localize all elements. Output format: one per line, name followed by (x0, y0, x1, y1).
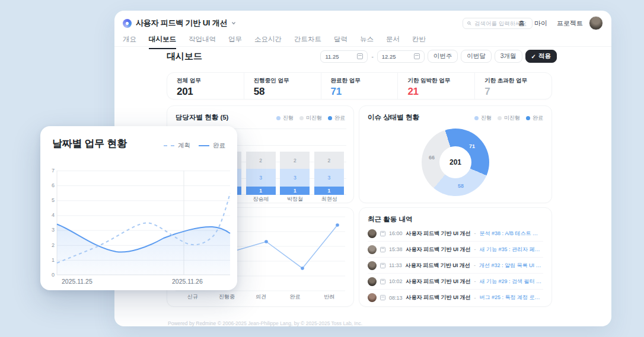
page-title: 대시보드 (167, 51, 202, 62)
preset-this-week-button[interactable]: 이번주 (428, 50, 458, 63)
project-logo-icon (123, 19, 132, 28)
activity-title: 최근 활동 내역 (368, 215, 412, 224)
slice-value-in-progress: 58 (458, 183, 464, 189)
activity-time: 15:38 (389, 246, 403, 252)
footer-credit: Powered by Redmine © 2006-2025 Jean-Phil… (168, 320, 362, 326)
activity-row: 16:00 사용자 피드백 기반 UI 개선 - 분석 #38 : A/B 테스… (368, 226, 543, 242)
legend-done: 완료 (328, 114, 345, 122)
legend-in-progress: 진행 (276, 114, 294, 122)
donut-total: 201 (439, 146, 471, 178)
activity-time: 10:02 (389, 278, 403, 284)
search-icon (467, 21, 471, 26)
calendar-icon (380, 247, 385, 252)
legend-dot (328, 116, 332, 120)
activity-project: 사용자 피드백 기반 UI 개선 (406, 246, 471, 253)
calendar-icon (380, 295, 385, 300)
legend-pending: 미진행 (498, 114, 520, 122)
activity-issue-link[interactable]: 버그 #25 : 특정 계정 로그인 시 500 에러 발생 (480, 294, 543, 301)
dashed-line-sample (164, 145, 174, 146)
date-from-input[interactable] (325, 53, 355, 60)
legend-done: 완료 (526, 114, 543, 122)
calendar-icon[interactable] (357, 53, 363, 59)
activity-issue-link[interactable]: 새 기능 #35 : 관리자 페이지 접근권한 분리 (480, 246, 543, 253)
legend-dot (498, 116, 502, 120)
date-to-input[interactable] (382, 53, 412, 60)
stat-total-tasks: 전체 업무 201 (167, 73, 244, 99)
avatar (368, 293, 377, 302)
stat-value: 7 (484, 86, 551, 98)
activity-project: 사용자 피드백 기반 UI 개선 (406, 230, 471, 237)
nav-my[interactable]: 마이 (534, 19, 547, 28)
stats-summary-card: 전체 업무 201 진행중인 업무 58 완료한 업무 71 기한 임박한 업무… (167, 72, 552, 100)
stat-value: 201 (177, 86, 244, 98)
activity-issue-link[interactable]: 개선 #32 : 알림 목록 UI 재정렬 (479, 262, 543, 269)
calendar-icon (380, 279, 385, 284)
slice-value-done: 71 (469, 143, 475, 149)
nav-home[interactable]: 홈 (518, 19, 525, 28)
legend-dot (299, 116, 304, 120)
legend-dot (526, 116, 530, 120)
activity-project: 사용자 피드백 기반 UI 개선 (406, 278, 471, 285)
date-from-field[interactable] (320, 50, 368, 63)
tab-overview[interactable]: 개요 (123, 35, 136, 49)
project-title: 사용자 피드백 기반 UI 개선 (136, 18, 227, 28)
activity-issue-link[interactable]: 새 기능 #29 : 검색 필터 조건 확장 (480, 278, 543, 285)
daily-task-chart-overlay: 날짜별 업무 현황 계획 완료 7 6 5 4 3 2 1 0 (40, 126, 237, 290)
status-category-labels: 신규 진행중 의견 완료 반려 (176, 293, 346, 301)
legend-pending: 미진행 (299, 114, 322, 122)
stat-value: 71 (331, 86, 398, 98)
avatar (368, 277, 377, 286)
apply-button[interactable]: ✓ 적용 (525, 50, 557, 63)
activity-project: 사용자 피드백 기반 UI 개선 (406, 262, 470, 269)
stat-due-soon-tasks: 기한 임박한 업무 21 (397, 73, 474, 99)
legend-plan: 계획 (164, 142, 190, 150)
slice-value-pending: 66 (429, 155, 435, 161)
stacked-bar: 2 3 1 (278, 152, 312, 195)
calendar-icon[interactable] (414, 53, 420, 59)
stat-in-progress-tasks: 진행중인 업무 58 (244, 73, 321, 99)
recent-activity-card: 최근 활동 내역 16:00 사용자 피드백 기반 UI 개선 - 분석 #38… (359, 207, 552, 307)
date-to-field[interactable] (377, 50, 425, 63)
stacked-bar: 2 3 1 (312, 152, 346, 195)
chevron-down-icon (231, 21, 236, 25)
activity-issue-link[interactable]: 분석 #38 : A/B 테스트 결과 분석 (480, 230, 543, 237)
legend-done: 완료 (199, 142, 225, 150)
activity-project: 사용자 피드백 기반 UI 개선 (406, 294, 471, 301)
avatar (368, 245, 377, 254)
legend-dot (474, 116, 479, 120)
stat-overdue-tasks: 기한 초과한 업무 7 (474, 73, 551, 99)
activity-row: 11:33 사용자 피드백 기반 UI 개선 - 개선 #32 : 알림 목록 … (368, 258, 543, 274)
check-icon: ✓ (531, 53, 536, 60)
date-range-separator: - (371, 53, 373, 60)
activity-row: 08:13 사용자 피드백 기반 UI 개선 - 버그 #25 : 특정 계정 … (368, 290, 543, 306)
chart-title: 이슈 상태별 현황 (368, 113, 419, 122)
activity-row: 15:38 사용자 피드백 기반 UI 개선 - 새 기능 #35 : 관리자 … (368, 242, 543, 258)
calendar-icon (380, 263, 385, 268)
stat-value: 21 (407, 86, 474, 98)
overlay-title: 날짜별 업무 현황 (52, 137, 127, 150)
issue-status-chart-card: 이슈 상태별 현황 진행 미진행 완료 71 66 58 201 (359, 105, 552, 203)
solid-line-sample (199, 145, 209, 146)
legend-dot (276, 116, 280, 120)
activity-time: 11:33 (389, 262, 402, 268)
user-avatar[interactable] (589, 16, 603, 30)
chart-title: 담당자별 현황 (5) (176, 113, 228, 122)
activity-time: 16:00 (389, 230, 403, 236)
avatar (368, 261, 377, 270)
avatar (368, 229, 377, 238)
legend-in-progress: 진행 (474, 114, 492, 122)
preset-this-month-button[interactable]: 이번달 (461, 50, 492, 63)
preset-3-months-button[interactable]: 3개월 (495, 50, 522, 63)
stat-completed-tasks: 완료한 업무 71 (321, 73, 398, 99)
donut-chart: 71 66 58 201 (422, 129, 489, 196)
stacked-bar: 2 3 1 (244, 152, 278, 195)
activity-row: 10:02 사용자 피드백 기반 UI 개선 - 새 기능 #29 : 검색 필… (368, 274, 543, 290)
activity-time: 08:13 (389, 295, 403, 301)
stat-value: 58 (254, 86, 321, 98)
nav-project[interactable]: 프로젝트 (557, 19, 583, 28)
project-switcher[interactable]: 사용자 피드백 기반 UI 개선 (123, 17, 236, 30)
daily-line-plot (57, 171, 230, 275)
calendar-icon (380, 231, 385, 236)
